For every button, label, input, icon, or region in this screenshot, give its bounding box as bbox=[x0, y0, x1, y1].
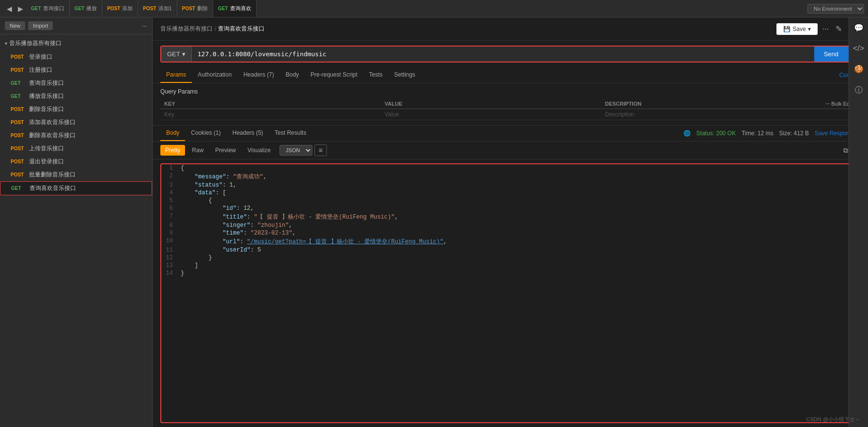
status-size: Size: 412 B bbox=[779, 130, 809, 137]
body-tab-preview[interactable]: Preview bbox=[210, 145, 241, 156]
right-icons-panel: 💬 </> 🍪 ⓘ bbox=[849, 17, 868, 427]
edit-button[interactable]: ✎ bbox=[834, 22, 844, 35]
tab-add1[interactable]: POST 添加1 bbox=[138, 0, 177, 17]
section-title: Query Params bbox=[160, 88, 860, 95]
description-input[interactable] bbox=[605, 111, 818, 118]
breadcrumb-current: 查询喜欢音乐接口 bbox=[218, 25, 264, 33]
info-icon[interactable]: ⓘ bbox=[853, 83, 865, 97]
response-tab-headers[interactable]: Headers (5) bbox=[227, 126, 269, 141]
sidebar-item-delete-favorite[interactable]: POST 删除喜欢音乐接口 bbox=[0, 129, 152, 142]
tab-settings[interactable]: Settings bbox=[388, 67, 421, 83]
save-button[interactable]: 💾 Save ▾ bbox=[776, 23, 817, 35]
method-post-icon: POST bbox=[11, 159, 26, 164]
json-line-5: 5 { bbox=[161, 197, 859, 205]
tab-delete[interactable]: POST 删除 bbox=[177, 0, 213, 17]
copy-button[interactable]: ⧉ bbox=[843, 146, 848, 155]
new-button[interactable]: New bbox=[5, 21, 25, 30]
tab-nav-next[interactable]: ▶ bbox=[15, 5, 26, 13]
sidebar-item-label: 退出登录接口 bbox=[29, 158, 64, 166]
response-tab-body[interactable]: Body bbox=[160, 126, 185, 141]
tab-bar: ◀ ▶ GET 查询接口 GET 播放 POST 添加 POST 添加1 POS… bbox=[0, 0, 868, 17]
method-label: GET bbox=[167, 50, 180, 58]
response-body-tabs: Pretty Raw Preview Visualize JSON XML HT… bbox=[153, 142, 868, 159]
sidebar-item-label: 删除音乐接口 bbox=[29, 105, 64, 113]
json-line-11: 11 "userId": 5 bbox=[161, 246, 859, 254]
tab-favorite-method: GET bbox=[218, 6, 228, 11]
sidebar-more-icon[interactable]: ··· bbox=[141, 22, 147, 30]
response-tab-test-results[interactable]: Test Results bbox=[269, 126, 312, 141]
header-actions: 💾 Save ▾ ··· ✎ 💬 bbox=[776, 22, 860, 35]
response-tab-cookies[interactable]: Cookies (1) bbox=[185, 126, 226, 141]
body-tab-visualize[interactable]: Visualize bbox=[243, 145, 276, 156]
watermark: CSDN @小小怪下士～ bbox=[806, 416, 860, 423]
request-tabs-bar: Params Authorization Headers (7) Body Pr… bbox=[153, 67, 868, 83]
more-button[interactable]: ··· bbox=[821, 23, 831, 35]
collection-chevron: ▾ bbox=[5, 41, 7, 46]
status-ok: Status: 200 OK bbox=[697, 130, 736, 137]
method-get-icon: GET bbox=[11, 80, 26, 86]
tab-params[interactable]: Params bbox=[160, 67, 192, 83]
sidebar-item-label: 删除喜欢音乐接口 bbox=[29, 131, 76, 140]
breadcrumb: 音乐播放器所有接口 / 查询喜欢音乐接口 bbox=[160, 25, 773, 33]
tab-add[interactable]: POST 添加 bbox=[102, 0, 138, 17]
sidebar-item-batch-delete[interactable]: POST 批量删除音乐接口 bbox=[0, 168, 152, 181]
json-line-12: 12 } bbox=[161, 254, 859, 262]
key-input[interactable] bbox=[164, 111, 377, 118]
response-section: Body Cookies (1) Headers (5) Test Result… bbox=[153, 125, 868, 427]
params-more-icon[interactable]: ··· bbox=[825, 101, 830, 107]
value-input[interactable] bbox=[385, 111, 597, 118]
tab-headers[interactable]: Headers (7) bbox=[237, 67, 279, 83]
save-icon: 💾 bbox=[783, 26, 790, 32]
format-selector[interactable]: JSON XML HTML Text bbox=[279, 145, 312, 156]
method-selector[interactable]: GET ▾ bbox=[161, 47, 192, 62]
sidebar-item-play-music[interactable]: GET 播放音乐接口 bbox=[0, 90, 152, 103]
sidebar-item-label: 注册接口 bbox=[29, 66, 52, 74]
tab-nav-prev[interactable]: ◀ bbox=[4, 5, 15, 13]
wrap-button[interactable]: ≡ bbox=[314, 144, 327, 156]
sidebar-item-label: 播放音乐接口 bbox=[29, 92, 64, 100]
json-line-1: 1 { bbox=[161, 164, 859, 172]
url-bar: GET ▾ Send ▾ bbox=[160, 46, 860, 63]
comment-panel-icon[interactable]: 💬 bbox=[852, 21, 866, 34]
code-icon[interactable]: </> bbox=[851, 42, 866, 55]
tab-method-get: GET bbox=[31, 6, 41, 11]
method-post-icon: POST bbox=[11, 107, 26, 112]
sidebar-item-upload-music[interactable]: POST 上传音乐接口 bbox=[0, 142, 152, 155]
sidebar: New Import ··· ▾ 音乐播放器所有接口 POST 登录接口 POS… bbox=[0, 17, 153, 427]
body-tab-pretty[interactable]: Pretty bbox=[160, 145, 185, 156]
json-line-3: 3 "status": 1, bbox=[161, 181, 859, 189]
sidebar-item-query-music[interactable]: GET 查询音乐接口 bbox=[0, 77, 152, 90]
sidebar-toolbar: New Import ··· bbox=[0, 17, 152, 34]
tab-body[interactable]: Body bbox=[280, 67, 305, 83]
sidebar-item-logout[interactable]: POST 退出登录接口 bbox=[0, 155, 152, 168]
tab-authorization[interactable]: Authorization bbox=[192, 67, 237, 83]
params-table: KEY VALUE DESCRIPTION ··· Bulk Edit bbox=[160, 99, 860, 120]
tab-play-method: GET bbox=[75, 6, 85, 11]
body-tab-raw[interactable]: Raw bbox=[187, 145, 208, 156]
send-button[interactable]: Send bbox=[814, 47, 848, 62]
tab-query-favorite[interactable]: GET 查询喜欢 bbox=[213, 0, 257, 17]
json-line-10: 10 "url": "/music/get?path=【 提音 】杨小壮 - 爱… bbox=[161, 237, 859, 246]
tab-add1-method: POST bbox=[143, 6, 156, 11]
sidebar-item-add-favorite[interactable]: POST 添加喜欢音乐接口 bbox=[0, 116, 152, 129]
tab-tests[interactable]: Tests bbox=[363, 67, 388, 83]
json-line-14: 14 } bbox=[161, 269, 859, 277]
url-input[interactable] bbox=[192, 47, 814, 62]
sidebar-item-label: 登录接口 bbox=[29, 53, 52, 61]
import-button[interactable]: Import bbox=[28, 21, 53, 30]
tab-play[interactable]: GET 播放 bbox=[70, 0, 103, 17]
main-layout: New Import ··· ▾ 音乐播放器所有接口 POST 登录接口 POS… bbox=[0, 17, 868, 427]
sidebar-item-delete-music[interactable]: POST 删除音乐接口 bbox=[0, 103, 152, 116]
breadcrumb-parent: 音乐播放器所有接口 bbox=[160, 25, 213, 33]
environment-selector[interactable]: No Environment bbox=[807, 4, 864, 14]
sidebar-item-login[interactable]: POST 登录接口 bbox=[0, 50, 152, 63]
content-area: 音乐播放器所有接口 / 查询喜欢音乐接口 💾 Save ▾ ··· ✎ 💬 GE… bbox=[153, 17, 868, 427]
sidebar-item-register[interactable]: POST 注册接口 bbox=[0, 63, 152, 77]
method-get-icon: GET bbox=[11, 186, 27, 191]
json-line-9: 9 "time": "2023-02-13", bbox=[161, 229, 859, 237]
tab-query[interactable]: GET 查询接口 bbox=[26, 0, 70, 17]
collection-header[interactable]: ▾ 音乐播放器所有接口 bbox=[0, 36, 152, 50]
tab-pre-request[interactable]: Pre-request Script bbox=[305, 67, 363, 83]
cookie-panel-icon[interactable]: 🍪 bbox=[852, 63, 866, 76]
sidebar-item-query-favorite[interactable]: GET 查询喜欢音乐接口 bbox=[0, 181, 152, 195]
